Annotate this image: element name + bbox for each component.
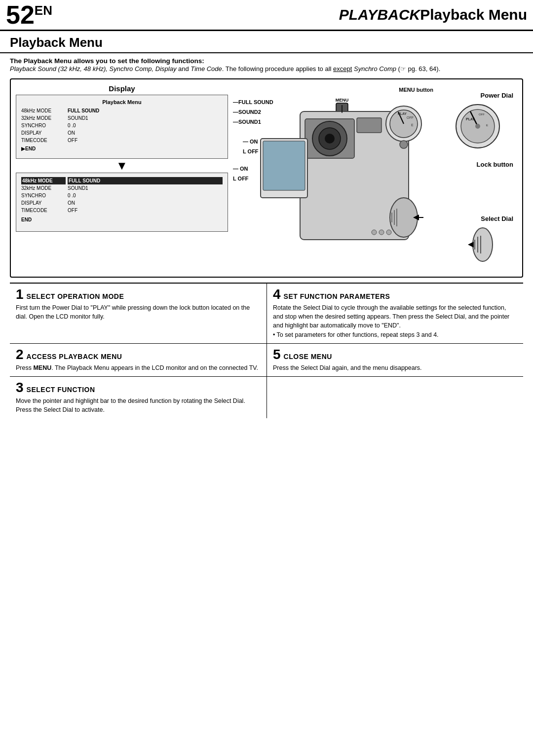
menu-row: TIMECODE	[21, 207, 66, 214]
step-empty	[266, 377, 523, 418]
select-dial-label: Select Dial	[481, 215, 513, 222]
menu-row: TIMECODE	[21, 137, 66, 144]
step-1: 1 SELECT OPERATION MODE First turn the P…	[10, 284, 266, 344]
camera-illustration: MENU PLAY OFF E	[251, 84, 438, 272]
step-5: 5 CLOSE MENU Press the Select Dial again…	[266, 344, 523, 377]
step-number: 4	[273, 288, 281, 301]
menu-screen-2: 48kHz MODE 32kHz MODE SYNCHRO DISPLAY TI…	[16, 173, 228, 232]
menu-row: SOUND1	[68, 114, 223, 122]
step-4: 4 SET FUNCTION PARAMETERS Rotate the Sel…	[266, 284, 523, 344]
end-marker: ▶END	[21, 146, 223, 151]
step-title: SELECT FUNCTION	[27, 386, 95, 394]
svg-text:OFF: OFF	[407, 116, 414, 119]
menu-row: 32kHz MODE	[21, 184, 66, 192]
menu-row: OFF	[68, 137, 223, 144]
step-number: 5	[273, 348, 281, 361]
svg-point-31	[475, 124, 480, 129]
svg-point-6	[325, 134, 335, 144]
menu-screen-1: Playback Menu 48kHz MODE 32kHz MODE SYNC…	[16, 95, 228, 159]
menu-row: ON	[68, 129, 223, 137]
playback-menu-title: Playback Menu	[21, 99, 223, 105]
menu-row: OFF	[68, 207, 223, 214]
steps-section: 1 SELECT OPERATION MODE First turn the P…	[10, 283, 523, 418]
step-title: SELECT OPERATION MODE	[27, 292, 124, 300]
svg-rect-9	[357, 118, 381, 133]
menu-row: SYNCHRO	[21, 192, 66, 199]
step-3: 3 SELECT FUNCTION Move the pointer and h…	[10, 377, 266, 418]
step-number: 1	[16, 288, 24, 301]
left-panel: Display Playback Menu 48kHz MODE 32kHz M…	[16, 84, 228, 272]
step-2: 2 ACCESS PLAYBACK MENU Press MENU. The P…	[10, 344, 266, 377]
step-body: First turn the Power Dial to "PLAY" whil…	[16, 303, 261, 321]
select-dial-icon	[463, 225, 502, 264]
svg-point-21	[372, 230, 377, 235]
svg-point-22	[379, 230, 384, 235]
menu-row: FULL SOUND	[68, 107, 223, 114]
step-title: SET FUNCTION PARAMETERS	[284, 292, 390, 300]
callout-on-2: — ON	[233, 166, 248, 172]
end-marker-2: END	[21, 217, 223, 222]
menu-row: SYNCHRO	[21, 122, 66, 129]
page-header: 52EN PLAYBACK Playback Menu	[0, 0, 533, 31]
right-panel: Power Dial PLAY OFF E Lock button Select…	[438, 84, 517, 272]
svg-point-16	[400, 141, 408, 148]
intro-body: Playback Sound (32 kHz, 48 kHz), Synchro…	[10, 65, 523, 73]
menu-row: DISPLAY	[21, 199, 66, 207]
power-dial-icon: PLAY OFF E	[453, 102, 502, 151]
step-number: 3	[16, 381, 24, 395]
step-title: ACCESS PLAYBACK MENU	[27, 353, 122, 360]
step-title: CLOSE MENU	[284, 353, 332, 360]
step-bullet: • To set parameters for other functions,…	[273, 330, 517, 339]
svg-text:MENU: MENU	[336, 98, 349, 103]
down-arrow-icon: ▼	[16, 160, 228, 172]
menu-row: ON	[68, 199, 223, 207]
svg-text:E: E	[411, 123, 414, 127]
menu-row-highlighted: FULL SOUND	[68, 177, 223, 184]
menu-row: DISPLAY	[21, 129, 66, 137]
svg-point-32	[473, 228, 493, 261]
step-body: Rotate the Select Dial to cycle through …	[273, 303, 517, 330]
step-number: 2	[16, 348, 24, 361]
page-title: Playback Menu	[0, 31, 533, 53]
header-title: PLAYBACK Playback Menu	[339, 2, 527, 28]
lock-button-label: Lock button	[477, 161, 513, 168]
middle-panel: —FULL SOUND —SOUND2 —SOUND1 — ON L OFF —…	[228, 84, 438, 272]
step-body: Move the pointer and highlight bar to th…	[16, 396, 261, 414]
menu-row: 0 .0	[68, 192, 223, 199]
page-number: 52EN	[6, 2, 52, 28]
svg-point-23	[386, 230, 391, 235]
menu-row: 32kHz MODE	[21, 114, 66, 122]
svg-text:E: E	[486, 124, 488, 127]
callout-off-2: L OFF	[233, 176, 249, 181]
diagram-box: Display Playback Menu 48kHz MODE 32kHz M…	[10, 78, 523, 278]
svg-rect-8	[263, 141, 305, 190]
display-label: Display	[16, 84, 228, 93]
power-dial-label: Power Dial	[481, 92, 513, 99]
intro-section: The Playback Menu allows you to set the …	[0, 53, 533, 78]
step-body: Press the Select Dial again, and the men…	[273, 363, 517, 372]
step-body: Press MENU. The Playback Menu appears in…	[16, 363, 261, 372]
menu-row-highlighted: 48kHz MODE	[21, 177, 66, 184]
menu-row: 0 .0	[68, 122, 223, 129]
menu-row: 48kHz MODE	[21, 107, 66, 114]
svg-text:OFF: OFF	[479, 113, 485, 116]
menu-row: SOUND1	[68, 184, 223, 192]
intro-bold: The Playback Menu allows you to set the …	[10, 57, 523, 65]
